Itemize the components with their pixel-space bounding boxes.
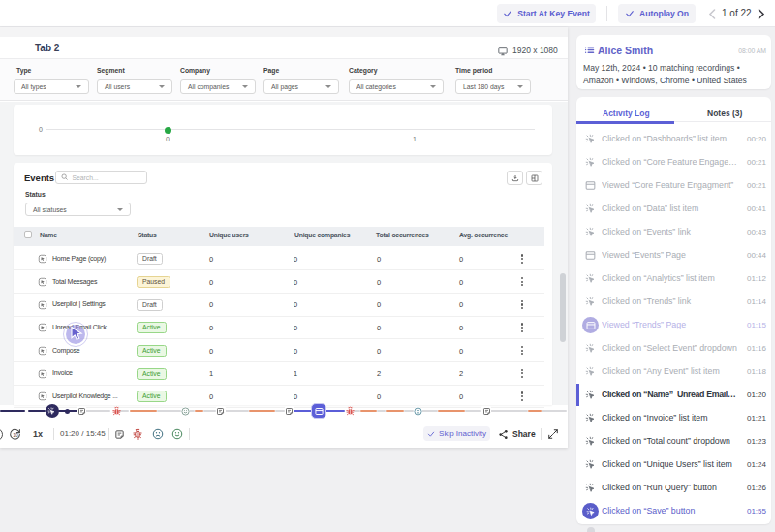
svg-text:10: 10 — [13, 432, 18, 437]
